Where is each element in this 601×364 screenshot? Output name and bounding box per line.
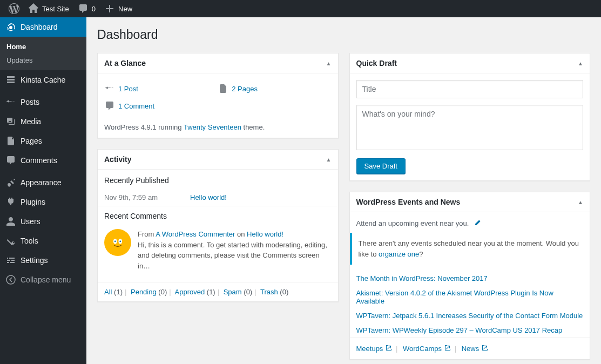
- comment-icon: [78, 3, 89, 14]
- external-icon: [386, 345, 393, 352]
- sidebar-label: Media: [21, 117, 41, 126]
- sidebar-label: Comments: [21, 156, 57, 165]
- collapse-menu[interactable]: Collapse menu: [0, 270, 86, 289]
- site-name-text: Test Site: [42, 5, 69, 13]
- news-link[interactable]: WPTavern: Jetpack 5.6.1 Increases Securi…: [356, 312, 583, 320]
- new-content[interactable]: New: [100, 0, 137, 17]
- comment-post-link[interactable]: Hello world!: [247, 230, 283, 238]
- wp-logo[interactable]: [4, 0, 24, 17]
- comments-count-text: 0: [92, 5, 96, 13]
- organize-link[interactable]: organize one: [379, 250, 419, 258]
- news-footer-link[interactable]: News: [462, 345, 489, 353]
- version-line: WordPress 4.9.1 running Twenty Seventeen…: [104, 118, 332, 131]
- plugin-icon: [5, 197, 16, 207]
- sidebar-item-plugins[interactable]: Plugins: [0, 192, 86, 212]
- svg-rect-0: [7, 76, 15, 78]
- recent-comments-heading: Recent Comments: [104, 212, 332, 220]
- draft-content-input[interactable]: [356, 105, 584, 150]
- home-icon: [28, 3, 39, 14]
- postbox-events-news: WordPress Events and News ▲ Attend an up…: [349, 192, 591, 360]
- filter-approved[interactable]: Approved: [175, 288, 205, 296]
- news-link[interactable]: WPTavern: WPWeekly Episode 297 – WordCam…: [356, 326, 563, 334]
- sidebar-label: Appearance: [21, 178, 62, 187]
- toggle-glance[interactable]: ▲: [326, 60, 332, 66]
- no-events-notice: There aren't any events scheduled near y…: [350, 233, 590, 265]
- external-icon: [445, 345, 451, 352]
- sidebar-label: Dashboard: [21, 23, 58, 31]
- submenu-updates[interactable]: Updates: [0, 53, 86, 67]
- quick-draft-title: Quick Draft: [356, 59, 397, 68]
- collapse-icon: [5, 274, 16, 285]
- svg-point-4: [110, 234, 126, 251]
- sidebar-item-dashboard[interactable]: Dashboard: [0, 17, 86, 37]
- comment-row: From A WordPress Commenter on Hello worl…: [104, 225, 332, 275]
- svg-point-7: [114, 241, 116, 242]
- sidebar-item-appearance[interactable]: Appearance: [0, 173, 86, 192]
- save-draft-button[interactable]: Save Draft: [356, 158, 406, 174]
- postbox-activity: Activity ▲ Recently Published Nov 9th, 7…: [97, 149, 339, 302]
- glance-title: At a Glance: [104, 59, 146, 68]
- toggle-quickdraft[interactable]: ▲: [578, 60, 583, 66]
- postbox-quick-draft: Quick Draft ▲ Save Draft: [349, 53, 591, 181]
- glance-posts-link[interactable]: 1 Post: [118, 85, 138, 93]
- svg-point-8: [119, 241, 121, 242]
- glance-pages: 2 Pages: [218, 80, 331, 97]
- glance-pages-link[interactable]: 2 Pages: [232, 85, 258, 93]
- sidebar-label: Users: [21, 217, 40, 226]
- published-date: Nov 9th, 7:59 am: [104, 193, 158, 201]
- sidebar-item-tools[interactable]: Tools: [0, 231, 86, 251]
- filter-pending[interactable]: Pending: [131, 288, 157, 296]
- published-title-link[interactable]: Hello world!: [190, 193, 227, 201]
- sidebar-item-settings[interactable]: Settings: [0, 251, 86, 270]
- sidebar-item-comments[interactable]: Comments: [0, 151, 86, 170]
- new-label: New: [118, 5, 132, 13]
- comment-icon: [104, 100, 115, 111]
- sidebar-item-kinsta-cache[interactable]: Kinsta Cache: [0, 70, 86, 90]
- meetups-link[interactable]: Meetups: [356, 345, 393, 353]
- news-link[interactable]: Akismet: Version 4.0.2 of the Akismet Wo…: [356, 289, 553, 305]
- dashboard-icon: [5, 22, 16, 32]
- sidebar-label: Posts: [21, 98, 39, 106]
- comment-meta-line: From A WordPress Commenter on Hello worl…: [138, 229, 332, 240]
- filter-trash[interactable]: Trash: [260, 288, 278, 296]
- pin-icon: [5, 97, 16, 107]
- edit-location-icon[interactable]: [473, 219, 482, 227]
- sidebar-item-pages[interactable]: Pages: [0, 131, 86, 151]
- comment-filters: All (1)| Pending (0)| Approved (1)| Spam…: [98, 282, 338, 301]
- external-icon: [482, 345, 489, 352]
- svg-rect-2: [7, 82, 15, 83]
- sidebar-item-users[interactable]: Users: [0, 212, 86, 231]
- news-link[interactable]: The Month in WordPress: November 2017: [356, 274, 488, 282]
- filter-spam[interactable]: Spam: [224, 288, 242, 296]
- recently-published-heading: Recently Published: [104, 176, 332, 185]
- sidebar-label: Kinsta Cache: [21, 76, 65, 84]
- toggle-events[interactable]: ▲: [578, 199, 583, 205]
- comment-icon: [5, 155, 16, 166]
- sidebar-item-media[interactable]: Media: [0, 112, 86, 131]
- glance-comments: 1 Comment: [104, 97, 218, 114]
- wordcamps-link[interactable]: WordCamps: [403, 345, 451, 353]
- commenter-link[interactable]: A WordPress Commenter: [156, 230, 235, 238]
- site-name-link[interactable]: Test Site: [24, 0, 73, 17]
- submenu-home[interactable]: Home: [0, 40, 86, 53]
- sidebar-item-posts[interactable]: Posts: [0, 92, 86, 112]
- media-icon: [5, 116, 16, 127]
- wrench-icon: [5, 235, 16, 246]
- published-row: Nov 9th, 7:59 am Hello world!: [104, 189, 332, 206]
- events-title: WordPress Events and News: [356, 198, 461, 206]
- filter-all[interactable]: All: [104, 288, 112, 296]
- community-footer: Meetups | WordCamps | News: [350, 338, 590, 359]
- user-icon: [5, 216, 16, 227]
- page-title: Dashboard: [97, 23, 590, 53]
- sidebar-label: Pages: [21, 137, 42, 145]
- glance-posts: 1 Post: [104, 80, 218, 97]
- dashboard-submenu: Home Updates: [0, 37, 86, 70]
- glance-comments-link[interactable]: 1 Comment: [118, 102, 154, 110]
- draft-title-input[interactable]: [356, 80, 584, 98]
- svg-point-3: [6, 275, 15, 284]
- svg-rect-1: [7, 79, 15, 80]
- comments-bubble[interactable]: 0: [73, 0, 100, 17]
- toggle-activity[interactable]: ▲: [326, 157, 332, 163]
- wordpress-icon: [9, 3, 19, 14]
- theme-link[interactable]: Twenty Seventeen: [184, 123, 241, 131]
